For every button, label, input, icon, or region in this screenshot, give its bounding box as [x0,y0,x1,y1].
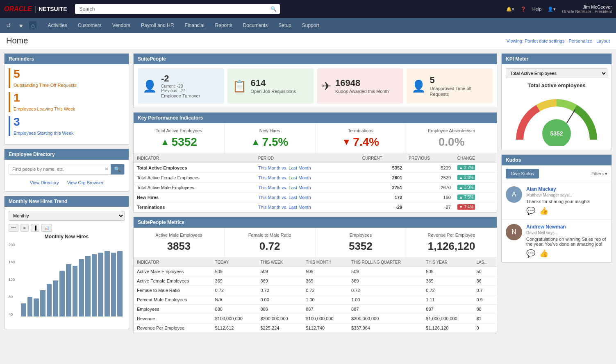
metrics-cell-today: 0.72 [212,286,257,295]
metrics-cell-today: 509 [212,267,257,276]
personalize-link[interactable]: Personalize [568,38,592,43]
metrics-cell-month: 509 [302,267,348,276]
kpi-cell-change: ▲ 3.0% [454,183,497,192]
metrics-cell-week: 0.72 [257,286,302,295]
reminder-num-3[interactable]: 3 [14,116,74,128]
chart-type-line[interactable]: ≡ [20,224,29,232]
bar-1 [27,297,33,317]
view-directory-link[interactable]: View Directory [30,180,59,185]
nav-activities[interactable]: Activities [43,19,72,32]
metrics-cell-week: 509 [257,267,302,276]
reminder-bar-1 [9,68,10,88]
user-info: Jim McGeever Oracle NetSuite - President [562,5,612,14]
sp-kudos-label: Kudos Awarded this Month [335,88,389,94]
reminder-text-1: Outstanding Time-Off Requests [14,82,77,88]
kudos-comment-icon-2[interactable]: 💬 [526,249,535,258]
kpi-cell-period[interactable]: This Month vs. Last Month [255,183,359,192]
metrics-cell-month: 1.00 [302,295,348,305]
help-icon[interactable]: ❓ [521,7,526,12]
kpi-cell-period[interactable]: This Month vs. Last Month [255,192,359,202]
metrics-cell-week: 888 [257,305,302,314]
metrics-col-last: Las... [473,258,497,267]
employee-search-box[interactable]: ✕ 🔍 [9,164,125,175]
user-role: Oracle NetSuite - President [562,9,612,14]
nav-payroll-hr[interactable]: Payroll and HR [136,19,179,32]
kudos-like-icon-1[interactable]: 👍 [539,206,548,215]
bar-14 [111,253,116,317]
metrics-row-2: Female to Male Ratio 0.72 0.72 0.72 0.72… [134,286,497,295]
reminder-num-1[interactable]: 5 [14,68,77,80]
chart-type-bar[interactable]: ▐ [31,224,39,232]
kpi-title: Key Performance Indicators [138,115,203,121]
y-axis-labels: 200 160 120 80 40 [9,243,15,317]
employee-search-clear[interactable]: ✕ [102,166,111,172]
metrics-cell-today: $112,612 [212,323,257,333]
kudos-comment-icon-1[interactable]: 💬 [526,206,535,215]
kudos-content-1: Alan Mackay Matthew Manager says... Than… [526,186,590,215]
nav-vendors[interactable]: Vendors [107,19,135,32]
employee-search-input[interactable] [9,165,102,174]
kpi-summary-absenteeism: Employee Absenteeism 0.0% [406,123,497,154]
kpi-label-absenteeism: Employee Absenteeism [409,128,493,133]
sp-turnover-sub: Current: -29Previous: -27 [161,84,200,93]
metrics-cell-indicator: Percent Male Employees [134,295,212,305]
period-select[interactable]: Monthly Quarterly Yearly [9,211,125,221]
kpi-cell-period[interactable]: This Month vs. Last Month [255,173,359,183]
metrics-row-1: Active Female Employees 369 369 369 369 … [134,276,497,286]
search-bar[interactable]: 🔍 [75,4,280,14]
employee-directory-body: ✕ 🔍 View Directory View Org Browser [5,160,129,191]
kudos-filters-button[interactable]: Filters ▾ [591,171,607,176]
favorites-icon[interactable]: ★ [16,21,26,29]
chart-type-combo[interactable]: 📊 [41,224,52,232]
kudos-like-icon-2[interactable]: 👍 [539,249,548,258]
kpi-cell-previous: 5209 [405,163,454,173]
sp-kudos-num: 16948 [335,78,389,88]
home-icon[interactable]: ⌂ [29,21,36,29]
nav-customers[interactable]: Customers [73,19,107,32]
metrics-cell-year: 1.11 [423,295,473,305]
reminder-num-2[interactable]: 1 [14,92,75,104]
metrics-cell-indicator: Revenue [134,314,212,323]
kudos-from-1: Matthew Manager says... [526,193,590,197]
kudos-name-1[interactable]: Alan Mackay [526,186,590,192]
reminder-item-2: 1 Employees Leaving This Week [9,92,125,112]
metrics-cell-week: $225,224 [257,323,302,333]
history-icon[interactable]: ↺ [4,21,13,29]
nav-setup[interactable]: Setup [273,19,296,32]
change-badge: ▲ 2.8% [457,175,475,180]
nav-documents[interactable]: Documents [238,19,273,32]
view-org-browser-link[interactable]: View Org Browser [67,180,103,185]
search-input[interactable] [75,4,280,14]
kudos-name-2[interactable]: Andrew Newman [526,224,607,230]
kpi-label-active: Total Active Employees [137,128,221,133]
give-kudos-button[interactable]: Give Kudos [506,169,539,179]
bar-8 [73,266,78,317]
metrics-table: Indicator Today This Week This Month Thi… [134,258,497,333]
metrics-cell-week: 0.00 [257,295,302,305]
employee-search-button[interactable]: 🔍 [111,164,124,174]
help-label[interactable]: Help [532,7,542,11]
nav-financial[interactable]: Financial [180,19,209,32]
nav-reports[interactable]: Reports [210,19,237,32]
chart-type-area[interactable]: 〰 [9,224,18,232]
filters-chevron-icon: ▾ [605,171,607,176]
metrics-cell-rolling: 509 [348,267,423,276]
bar-5 [53,280,58,317]
viewing-portlet-link[interactable]: Viewing: Portlet date settings [507,38,565,43]
kpi-cell-period[interactable]: This Month vs. Last Month [255,163,359,173]
nav-support[interactable]: Support [297,19,324,32]
kpi-num-terminations: 7.4% [353,136,379,149]
metrics-cell-rolling: 0.72 [348,286,423,295]
sp-kudos-content: 16948 Kudos Awarded this Month [335,78,389,94]
kpi-meter-select[interactable]: Total Active Employees New Hires Termina… [506,68,607,78]
user-icon[interactable]: 👤▾ [548,7,556,12]
arrow-up-active: ▲ [161,137,170,147]
change-badge: ▲ 7.5% [457,194,475,200]
employee-directory-links: View Directory View Org Browser [9,178,125,187]
reminder-text-2: Employees Leaving This Week [14,106,75,112]
kpi-table: Indicator Period Current Previous Change… [134,154,497,212]
layout-link[interactable]: Layout [596,38,610,43]
logo: ORACLE | NETSUITE [4,5,67,14]
notifications-icon[interactable]: 🔔▾ [506,7,514,12]
kpi-cell-period[interactable]: This Month vs. Last Month [255,202,359,212]
